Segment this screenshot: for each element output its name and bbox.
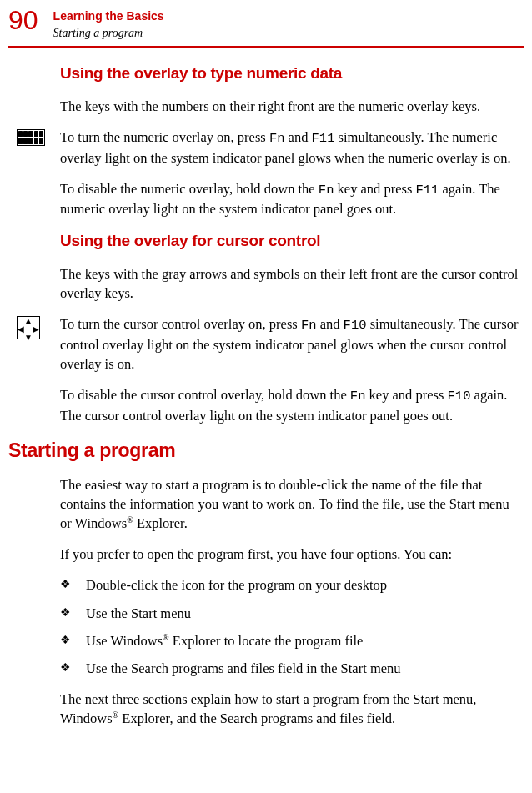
list-item: ❖ Use the Start menu bbox=[60, 604, 524, 623]
section-heading-cursor: Using the overlay for cursor control bbox=[60, 230, 524, 253]
list-text: Use the Search programs and files field … bbox=[86, 659, 401, 678]
paragraph-with-margin-icon: ▲ ◀▶ ▼ To turn the cursor control overla… bbox=[60, 314, 524, 374]
body-text: To turn the numeric overlay on, press Fn… bbox=[60, 128, 524, 168]
body-text: To turn the cursor control overlay on, p… bbox=[60, 314, 524, 374]
key-f11: F11 bbox=[312, 131, 335, 146]
body-text: The next three sections explain how to s… bbox=[60, 690, 524, 728]
bullet-icon: ❖ bbox=[60, 604, 71, 622]
key-f10: F10 bbox=[448, 389, 471, 404]
key-fn: Fn bbox=[350, 389, 366, 404]
list-item: ❖ Use Windows® Explorer to locate the pr… bbox=[60, 631, 524, 650]
registered-mark: ® bbox=[127, 515, 133, 524]
header-text: Learning the Basics Starting a program bbox=[53, 7, 164, 41]
registered-mark: ® bbox=[163, 632, 169, 641]
page-number: 90 bbox=[8, 7, 38, 33]
list-text: Use Windows® Explorer to locate the prog… bbox=[86, 631, 363, 650]
key-fn: Fn bbox=[301, 318, 317, 333]
paragraph-with-margin-icon: To turn the numeric overlay on, press Fn… bbox=[60, 128, 524, 168]
section-subtitle: Starting a program bbox=[53, 25, 164, 42]
body-text: The keys with the numbers on their right… bbox=[60, 97, 524, 116]
page-header: 90 Learning the Basics Starting a progra… bbox=[8, 7, 524, 41]
key-fn: Fn bbox=[319, 183, 334, 198]
body-text: The keys with the gray arrows and symbol… bbox=[60, 264, 524, 303]
section-heading-numeric: Using the overlay to type numeric data bbox=[60, 63, 524, 85]
page-content: Using the overlay to type numeric data T… bbox=[8, 63, 524, 728]
bullet-icon: ❖ bbox=[60, 631, 71, 650]
bullet-icon: ❖ bbox=[60, 575, 71, 594]
bullet-icon: ❖ bbox=[60, 659, 71, 677]
body-text: To disable the numeric overlay, hold dow… bbox=[60, 179, 524, 219]
body-text: The easiest way to start a program is to… bbox=[60, 475, 524, 533]
key-f11: F11 bbox=[416, 183, 439, 198]
arrows-icon: ▲ ◀▶ ▼ bbox=[17, 316, 40, 339]
options-list: ❖ Double-click the icon for the program … bbox=[60, 575, 524, 677]
chapter-title: Learning the Basics bbox=[53, 8, 164, 25]
body-text: To disable the cursor control overlay, h… bbox=[60, 385, 524, 425]
body-text: If you prefer to open the program first,… bbox=[60, 545, 524, 564]
key-f10: F10 bbox=[344, 318, 367, 333]
list-item: ❖ Use the Search programs and files fiel… bbox=[60, 659, 524, 678]
header-divider bbox=[8, 46, 524, 48]
list-text: Use the Start menu bbox=[86, 604, 191, 623]
list-item: ❖ Double-click the icon for the program … bbox=[60, 575, 524, 595]
key-fn: Fn bbox=[269, 131, 285, 146]
section-heading-starting: Starting a program bbox=[8, 437, 524, 464]
list-text: Double-click the icon for the program on… bbox=[86, 575, 387, 595]
keypad-icon bbox=[17, 129, 45, 146]
